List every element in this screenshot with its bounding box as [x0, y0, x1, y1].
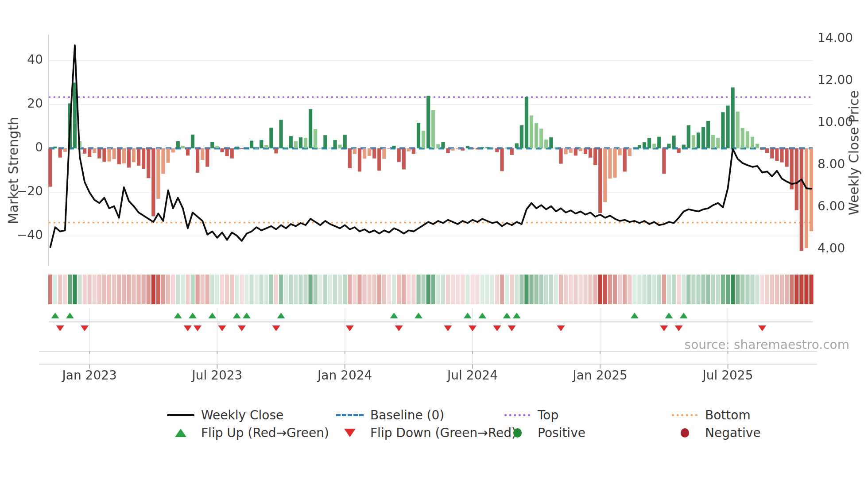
baseline-dash-icon [336, 414, 364, 416]
legend-label-top: Top [538, 408, 558, 422]
legend-label-flip-up: Flip Up (Red→Green) [201, 426, 329, 440]
legend-label-flip-down: Flip Down (Green→Red) [370, 426, 516, 440]
legend-label-positive: Positive [538, 426, 585, 440]
source-attribution: source: sharemaestro.com [685, 337, 849, 352]
legend-label-baseline: Baseline (0) [370, 408, 444, 422]
negative-dot-icon [670, 428, 699, 438]
right-axis-title: Weekly Close Price [846, 90, 862, 215]
legend-item-negative: Negative [670, 425, 761, 440]
legend-item-flip-up: Flip Up (Red→Green) [167, 425, 329, 440]
top-dotted-line-icon [503, 414, 531, 416]
legend-label-bottom: Bottom [705, 408, 751, 422]
legend-item-positive: Positive [503, 425, 585, 440]
legend-label-negative: Negative [705, 426, 761, 440]
bottom-dotted-line-icon [670, 414, 699, 416]
legend-item-weekly-close: Weekly Close [167, 407, 283, 422]
legend-label-weekly-close: Weekly Close [201, 408, 283, 422]
weekly-close-line-icon [167, 414, 195, 416]
legend-item-flip-down: Flip Down (Green→Red) [336, 425, 516, 440]
flip-down-triangle-icon [336, 429, 364, 437]
legend-item-baseline: Baseline (0) [336, 407, 444, 422]
positive-dot-icon [503, 428, 531, 438]
market-strength-dashboard: Market Strength Market Strength Weekly C… [0, 0, 868, 488]
legend-item-bottom: Bottom [670, 407, 751, 422]
left-axis-title: Market Strength [6, 117, 21, 224]
market-strength-chart-canvas [0, 0, 868, 390]
legend-item-top: Top [503, 407, 558, 422]
flip-up-triangle-icon [167, 429, 195, 437]
